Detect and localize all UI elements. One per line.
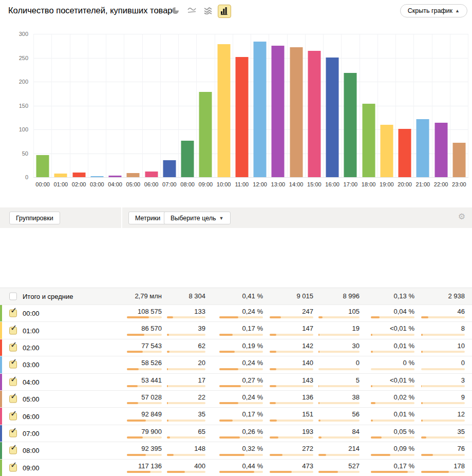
value-bar-fill [371,351,373,353]
line-chart-type-button[interactable] [185,5,198,18]
metrics-button[interactable]: Метрики [128,212,167,224]
chart-slot: 08:00 [179,34,197,177]
row-hour-label[interactable]: 06:00 [23,412,40,420]
bar-11:00[interactable] [235,57,248,177]
table-rows: ✓ 00:00 108 575 133 0,24 % 247 105 0,04 … [0,304,472,476]
value-bar-fill [371,436,382,439]
bar-06:00[interactable] [145,172,158,177]
hide-chart-button[interactable]: Скрыть график ▲ [400,4,467,17]
bar-08:00[interactable] [181,141,194,177]
value-bar-track [318,316,360,318]
value-bar-fill [318,334,319,336]
x-axis-tick: 06:00 [144,181,159,187]
value-bar-track [219,402,263,404]
settings-gear-icon[interactable]: ⚙ [458,213,465,221]
bar-10:00[interactable] [217,44,230,177]
value-bar-track [167,385,205,387]
value-bar-track [371,385,414,387]
row-hour-label[interactable]: 00:00 [23,310,40,317]
row-checkbox[interactable]: ✓ [9,464,17,471]
row-hour-label[interactable]: 02:00 [23,344,40,351]
bar-09:00[interactable] [199,92,212,177]
row-checkbox[interactable]: ✓ [9,361,17,369]
metric-cell: 0 [414,356,465,373]
bar-20:00[interactable] [399,129,411,177]
bar-12:00[interactable] [254,42,267,177]
metric-cell: 22 [162,391,205,407]
value-bar-fill [270,471,292,473]
value-bar-fill [127,454,146,456]
metric-value: 0,32 % [242,445,263,452]
row-checkbox[interactable]: ✓ [9,310,17,317]
row-hour-label[interactable]: 08:00 [23,447,40,454]
row-hour-label[interactable]: 07:00 [23,429,40,437]
bar-00:00[interactable] [36,155,49,177]
value-bar-fill [270,420,277,422]
row-checkbox[interactable]: ✓ [9,429,17,437]
bar-17:00[interactable] [344,73,357,177]
value-bar-track [270,420,313,422]
value-bar-track [167,436,205,439]
chart-slot: 17:00 [342,34,360,177]
value-bar-track [219,454,263,456]
metric-value: 65 [198,428,205,435]
bar-01:00[interactable] [54,174,67,177]
value-bar-fill [270,368,276,370]
row-hour-label[interactable]: 05:00 [23,395,40,403]
bar-07:00[interactable] [163,160,176,177]
row-hour-label[interactable]: 01:00 [23,327,40,334]
row-hour-label[interactable]: 09:00 [23,464,40,471]
chart-slot: 10:00 [215,34,233,177]
value-bar-track [127,334,162,336]
row-color-stripe [0,460,2,476]
bar-19:00[interactable] [380,125,393,177]
value-bar-fill [127,385,138,387]
row-checkbox[interactable]: ✓ [9,378,17,386]
row-checkbox[interactable]: ✓ [9,344,17,351]
bar-04:00[interactable] [109,176,122,177]
pie-chart-type-button[interactable] [168,5,182,18]
row-checkbox[interactable]: ✓ [9,412,17,420]
metric-value: 86 570 [141,325,162,332]
metric-value: 133 [194,308,205,315]
chart-slot: 00:00 [33,34,52,177]
bar-21:00[interactable] [417,119,429,177]
bar-22:00[interactable] [435,123,447,177]
value-bar-fill [421,351,423,353]
bar-13:00[interactable] [272,46,285,177]
y-axis-tick: 50 [0,150,28,157]
x-axis-tick: 21:00 [416,181,430,187]
metric-cell: 58 526 [122,356,162,373]
metric-cell: 0,24 % [205,356,263,373]
row-checkbox[interactable]: ✓ [9,447,17,454]
value-bar-fill [421,436,426,439]
totals-checkbox[interactable] [9,293,17,300]
metric-cell: 0,17 % [360,460,414,476]
row-hour-label[interactable]: 03:00 [23,361,40,369]
metric-cell: 0,01 % [360,408,414,424]
bar-03:00[interactable] [90,176,103,177]
row-checkbox[interactable]: ✓ [9,327,17,334]
value-bar-fill [270,334,276,336]
choose-goal-dropdown[interactable]: Выберите цель ▼ [164,212,231,224]
metric-value: 79 900 [141,428,162,435]
row-checkbox[interactable]: ✓ [9,395,17,403]
row-color-stripe [0,442,2,459]
row-hour-label[interactable]: 04:00 [23,378,40,386]
bar-02:00[interactable] [72,173,85,177]
bar-15:00[interactable] [308,51,320,177]
stacked-area-chart-type-button[interactable] [201,5,215,18]
metric-value: 46 [458,308,465,315]
bar-23:00[interactable] [452,143,465,177]
bar-chart-type-button[interactable] [218,5,231,18]
groupings-button[interactable]: Группировки [9,212,60,224]
metric-value: 473 [302,462,313,470]
bar-14:00[interactable] [290,47,303,177]
bar-05:00[interactable] [127,173,140,177]
chart-slot: 01:00 [52,34,70,177]
bar-16:00[interactable] [326,58,339,177]
value-bar-fill [127,471,150,473]
metric-value: 0,09 % [394,445,414,452]
row-color-stripe [0,408,2,424]
bar-18:00[interactable] [362,104,375,177]
